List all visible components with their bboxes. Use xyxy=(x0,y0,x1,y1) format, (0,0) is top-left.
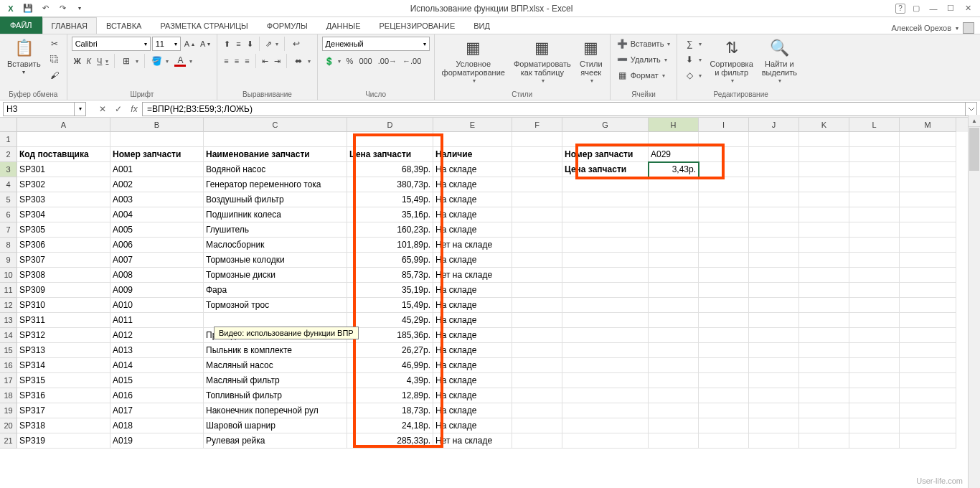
cell-M16[interactable] xyxy=(900,358,956,373)
indent-button[interactable]: ⇥ xyxy=(272,54,283,68)
cell-I16[interactable] xyxy=(699,358,749,373)
save-icon[interactable]: 💾 xyxy=(20,1,36,16)
cell-B9[interactable]: A007 xyxy=(110,253,204,268)
cell-K18[interactable] xyxy=(799,388,849,403)
cell-J7[interactable] xyxy=(749,222,799,238)
cell-G1[interactable] xyxy=(562,132,649,147)
close-icon[interactable]: ✕ xyxy=(961,3,974,14)
cell-H5[interactable] xyxy=(649,192,699,207)
cell-I9[interactable] xyxy=(699,253,749,268)
cell-M18[interactable] xyxy=(900,388,956,403)
cell-E2[interactable]: Наличие xyxy=(433,147,512,162)
cell-G2[interactable]: Номер запчасти xyxy=(562,147,649,162)
row-header-1[interactable]: 1 xyxy=(0,132,17,147)
cell-A19[interactable]: SP317 xyxy=(17,403,110,418)
cell-L2[interactable] xyxy=(849,147,900,162)
cell-E1[interactable] xyxy=(433,132,512,147)
row-header-21[interactable]: 21 xyxy=(0,433,17,449)
cell-K16[interactable] xyxy=(799,358,849,373)
row-header-9[interactable]: 9 xyxy=(0,253,17,268)
format-as-table-button[interactable]: ▦ Форматировать как таблицу xyxy=(511,37,574,86)
cell-C21[interactable]: Рулевая рейка xyxy=(204,433,347,449)
clear-button[interactable]: ◇ xyxy=(682,68,704,83)
cell-M3[interactable] xyxy=(900,162,956,177)
column-header-M[interactable]: M xyxy=(900,118,956,132)
cell-A16[interactable]: SP314 xyxy=(17,358,110,373)
cell-M6[interactable] xyxy=(900,207,956,222)
cell-A9[interactable]: SP307 xyxy=(17,253,110,268)
align-bottom-button[interactable]: ⬇ xyxy=(245,37,255,51)
cell-C19[interactable]: Наконечник поперечной рул xyxy=(204,403,347,418)
cell-L3[interactable] xyxy=(849,162,900,177)
cell-H21[interactable] xyxy=(649,433,699,449)
cell-H20[interactable] xyxy=(649,418,699,433)
cell-D14[interactable]: 185,36р. xyxy=(347,328,433,343)
cell-H4[interactable] xyxy=(649,177,699,192)
cell-M21[interactable] xyxy=(900,433,956,449)
cell-A7[interactable]: SP305 xyxy=(17,222,110,238)
column-header-L[interactable]: L xyxy=(849,118,900,132)
cell-H9[interactable] xyxy=(649,253,699,268)
cell-I18[interactable] xyxy=(699,388,749,403)
cell-L6[interactable] xyxy=(849,207,900,222)
grow-font-button[interactable]: A▴ xyxy=(182,37,197,51)
cell-E18[interactable]: На складе xyxy=(433,388,512,403)
cell-L7[interactable] xyxy=(849,222,900,238)
cell-A12[interactable]: SP310 xyxy=(17,298,110,313)
cell-L12[interactable] xyxy=(849,298,900,313)
cell-I4[interactable] xyxy=(699,177,749,192)
cell-L17[interactable] xyxy=(849,373,900,388)
cell-E5[interactable]: На складе xyxy=(433,192,512,207)
cell-D6[interactable]: 35,16р. xyxy=(347,207,433,222)
cell-G13[interactable] xyxy=(562,313,649,328)
cell-M9[interactable] xyxy=(900,253,956,268)
cell-L16[interactable] xyxy=(849,358,900,373)
select-all-corner[interactable] xyxy=(0,118,17,132)
cell-H13[interactable] xyxy=(649,313,699,328)
cell-E8[interactable]: Нет на складе xyxy=(433,238,512,253)
cell-C16[interactable]: Масляный насос xyxy=(204,358,347,373)
format-painter-button[interactable]: 🖌 xyxy=(47,68,62,83)
cell-J8[interactable] xyxy=(749,238,799,253)
cell-J11[interactable] xyxy=(749,283,799,298)
align-right-button[interactable]: ≡ xyxy=(242,54,251,68)
cell-G19[interactable] xyxy=(562,403,649,418)
cell-G11[interactable] xyxy=(562,283,649,298)
row-header-5[interactable]: 5 xyxy=(0,192,17,207)
cell-L20[interactable] xyxy=(849,418,900,433)
font-size-select[interactable]: 11 xyxy=(152,37,181,51)
cell-H19[interactable] xyxy=(649,403,699,418)
cell-M11[interactable] xyxy=(900,283,956,298)
font-color-button[interactable]: A xyxy=(172,54,194,68)
cell-K9[interactable] xyxy=(799,253,849,268)
cell-F15[interactable] xyxy=(512,343,562,358)
align-center-button[interactable]: ≡ xyxy=(232,54,241,68)
cell-M2[interactable] xyxy=(900,147,956,162)
cell-E14[interactable]: На складе xyxy=(433,328,512,343)
cell-K14[interactable] xyxy=(799,328,849,343)
cell-A18[interactable]: SP316 xyxy=(17,388,110,403)
ribbon-options-icon[interactable]: ▢ xyxy=(910,3,923,14)
cell-I2[interactable] xyxy=(699,147,749,162)
column-header-F[interactable]: F xyxy=(512,118,562,132)
cell-A3[interactable]: SP301 xyxy=(17,162,110,177)
cell-A6[interactable]: SP304 xyxy=(17,207,110,222)
row-header-14[interactable]: 14 xyxy=(0,328,17,343)
orientation-button[interactable]: ⇗ xyxy=(263,37,281,51)
cell-F9[interactable] xyxy=(512,253,562,268)
cell-A21[interactable]: SP319 xyxy=(17,433,110,449)
cell-J21[interactable] xyxy=(749,433,799,449)
cell-M8[interactable] xyxy=(900,238,956,253)
column-header-I[interactable]: I xyxy=(699,118,749,132)
cell-I7[interactable] xyxy=(699,222,749,238)
cell-D13[interactable]: 45,29р. xyxy=(347,313,433,328)
cell-H11[interactable] xyxy=(649,283,699,298)
cell-I3[interactable] xyxy=(699,162,749,177)
cell-I20[interactable] xyxy=(699,418,749,433)
cell-E13[interactable]: На складе xyxy=(433,313,512,328)
align-top-button[interactable]: ⬆ xyxy=(222,37,232,51)
comma-button[interactable]: 000 xyxy=(357,54,374,68)
bold-button[interactable]: Ж xyxy=(72,54,83,68)
cell-C6[interactable]: Подшипник колеса xyxy=(204,207,347,222)
cell-D21[interactable]: 285,33р. xyxy=(347,433,433,449)
